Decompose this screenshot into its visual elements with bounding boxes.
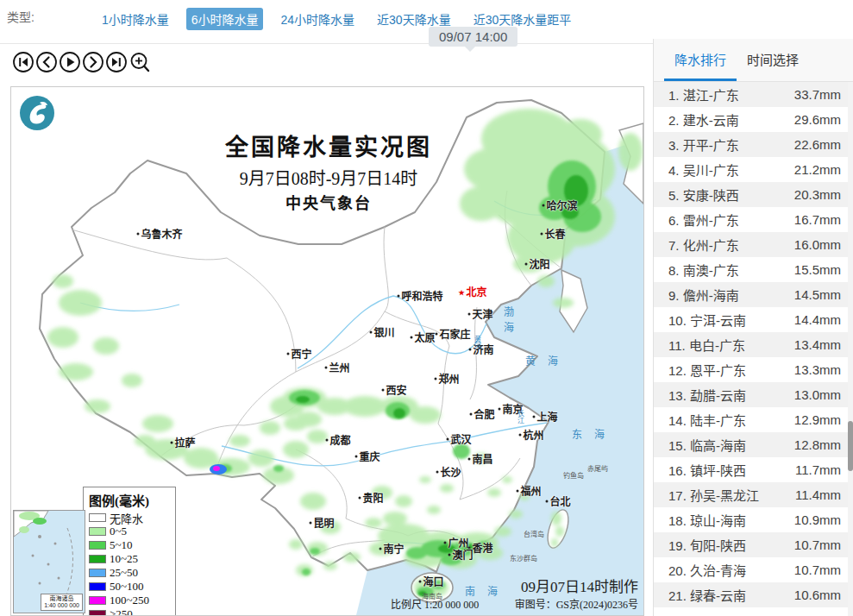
city-label: 福州 (516, 483, 541, 498)
zoom-in-icon[interactable] (129, 51, 151, 73)
ranking-value: 12.8mm (794, 437, 841, 452)
side-panel: 降水排行 时间选择 1. 湛江-广东33.7mm 2. 建水-云南29.6mm … (653, 39, 853, 616)
ranking-row[interactable]: 11. 电白-广东13.4mm (654, 332, 853, 357)
ranking-value: 12.9mm (794, 412, 841, 427)
ranking-city: 8. 南澳-广东 (668, 261, 739, 279)
ranking-value: 21.2mm (794, 162, 841, 177)
ranking-row[interactable]: 20. 久治-青海10.7mm (654, 557, 853, 582)
legend-swatch (89, 596, 106, 605)
legend-title: 图例(毫米) (89, 491, 170, 509)
ranking-city: 15. 临高-海南 (668, 436, 746, 454)
island-label: 钓鱼岛 (563, 470, 584, 480)
ranking-row[interactable]: 3. 开平-广东22.6mm (654, 132, 853, 157)
ranking-city: 1. 湛江-广东 (668, 85, 739, 104)
city-label-beijing: 北京 (458, 284, 486, 299)
map-source: 中央气象台 (285, 191, 372, 213)
tab-time-select[interactable]: 时间选择 (737, 39, 809, 81)
type-tab-1h[interactable]: 1小时降水量 (97, 8, 174, 30)
city-label: 海口 (418, 574, 443, 588)
ranking-row[interactable]: 8. 南澳-广东15.5mm (654, 257, 853, 282)
ranking-row[interactable]: 18. 琼山-海南10.9mm (654, 507, 853, 532)
inset-caption: 南海诸岛 1:40 000 000 (41, 594, 83, 611)
ranking-row[interactable]: 5. 安康-陕西20.3mm (654, 182, 853, 207)
step-forward-icon[interactable] (82, 51, 104, 73)
legend-label: 25~50 (110, 566, 138, 580)
city-label: 澳门 (448, 547, 473, 562)
city-label: 杭州 (518, 427, 543, 442)
ranking-row[interactable]: 10. 宁洱-云南14.4mm (654, 307, 853, 332)
ranking-value: 10.9mm (794, 512, 841, 527)
ranking-row[interactable]: 15. 临高-海南12.8mm (654, 432, 853, 457)
ranking-city: 14. 陆丰-广东 (668, 411, 746, 429)
ranking-row[interactable]: 1. 湛江-广东33.7mm (654, 82, 853, 107)
ranking-city: 13. 勐腊-云南 (668, 386, 746, 404)
ranking-value: 15.5mm (794, 262, 841, 277)
sea-label-south-china-sea: 南海 (465, 583, 510, 598)
ranking-city: 19. 旬阳-陕西 (668, 536, 746, 554)
ranking-row[interactable]: 6. 雷州-广东16.7mm (654, 207, 853, 232)
time-tooltip: 09/07 14:00 (429, 27, 517, 47)
ranking-value: 11.4mm (795, 487, 841, 502)
legend-label: 0~5 (110, 525, 127, 538)
legend-item: ≥250 (89, 607, 170, 616)
city-label: 长沙 (436, 464, 461, 479)
type-label: 类型: (7, 8, 34, 25)
ranking-row[interactable]: 17. 孙吴-黑龙江11.4mm (654, 482, 853, 507)
ranking-row[interactable]: 21. 绿春-云南10.6mm (654, 582, 853, 607)
ranking-value: 20.3mm (794, 187, 841, 202)
ranking-city: 5. 安康-陕西 (668, 185, 739, 204)
ranking-city: 12. 恩平-广东 (668, 361, 746, 379)
river-label: 长江 (516, 410, 525, 424)
city-label: 昆明 (309, 515, 334, 530)
ranking-city: 9. 儋州-海南 (668, 286, 739, 304)
ranking-row[interactable]: 19. 旬阳-陕西10.7mm (654, 532, 853, 557)
city-label: 成都 (325, 432, 350, 447)
river-label: 黄河 (473, 336, 482, 349)
ranking-row[interactable]: 12. 恩平-广东13.3mm (654, 357, 853, 382)
ranking-row[interactable]: 9. 儋州-海南14.5mm (654, 282, 853, 307)
map-title: 全国降水量实况图 (225, 129, 432, 162)
type-bar: 类型: 1小时降水量 6小时降水量 24小时降水量 近30天降水量 近30天降水… (0, 0, 653, 44)
ranking-value: 10.7mm (794, 537, 841, 552)
ranking-row[interactable]: 2. 建水-云南29.6mm (654, 107, 853, 132)
city-label: 沈阳 (524, 256, 549, 271)
legend-item: 25~50 (89, 566, 170, 580)
map-scale: 比例尺 1:20 000 000 (391, 596, 479, 612)
ranking-row[interactable]: 13. 勐腊-云南13.0mm (654, 382, 853, 407)
legend-label: ≥250 (110, 607, 133, 616)
type-tab-24h[interactable]: 24小时降水量 (275, 8, 360, 30)
ranking-list: 1. 湛江-广东33.7mm 2. 建水-云南29.6mm 3. 开平-广东22… (654, 82, 853, 616)
step-back-icon[interactable] (35, 51, 58, 73)
skip-start-icon[interactable] (12, 51, 34, 73)
type-tab-6h[interactable]: 6小时降水量 (186, 8, 264, 30)
skip-end-icon[interactable] (105, 51, 128, 73)
city-label: 石家庄 (435, 326, 470, 341)
city-label: 上海 (532, 409, 557, 424)
ranking-value: 10.7mm (794, 563, 841, 577)
ranking-value: 22.6mm (794, 137, 841, 152)
tab-precip-ranking[interactable]: 降水排行 (664, 39, 737, 81)
ranking-city: 2. 建水-云南 (668, 110, 739, 129)
ranking-row[interactable]: 14. 陆丰-广东12.9mm (654, 407, 853, 432)
city-label: 重庆 (354, 449, 379, 463)
legend-label: 50~100 (110, 580, 144, 594)
ranking-value: 14.4mm (794, 312, 841, 327)
ranking-value: 14.5mm (794, 287, 841, 302)
inset-title: 南海诸岛 (44, 595, 79, 602)
ranking-row[interactable]: 16. 镇坪-陕西11.7mm (654, 457, 853, 482)
scrollbar-thumb[interactable] (848, 421, 853, 471)
ranking-row[interactable]: 7. 化州-广东16.0mm (654, 232, 853, 257)
legend-item: 0~5 (89, 525, 170, 538)
island-label: 赤尾屿 (587, 463, 608, 473)
legend-swatch (89, 513, 106, 522)
city-label: 郑州 (434, 371, 459, 386)
city-label: 呼和浩特 (397, 288, 442, 303)
play-icon[interactable] (59, 51, 81, 73)
ranking-row[interactable]: 4. 吴川-广东21.2mm (654, 157, 853, 182)
precipitation-map[interactable]: 全国降水量实况图 9月7日08时-9月7日14时 中央气象台 乌鲁木齐 哈尔滨 … (10, 86, 644, 616)
ranking-value: 10.6mm (794, 588, 841, 602)
legend-label: 无降水 (110, 510, 143, 526)
ranking-city: 17. 孙吴-黑龙江 (668, 486, 759, 504)
ranking-value: 11.7mm (795, 462, 841, 477)
legend-item: 无降水 (89, 511, 170, 525)
